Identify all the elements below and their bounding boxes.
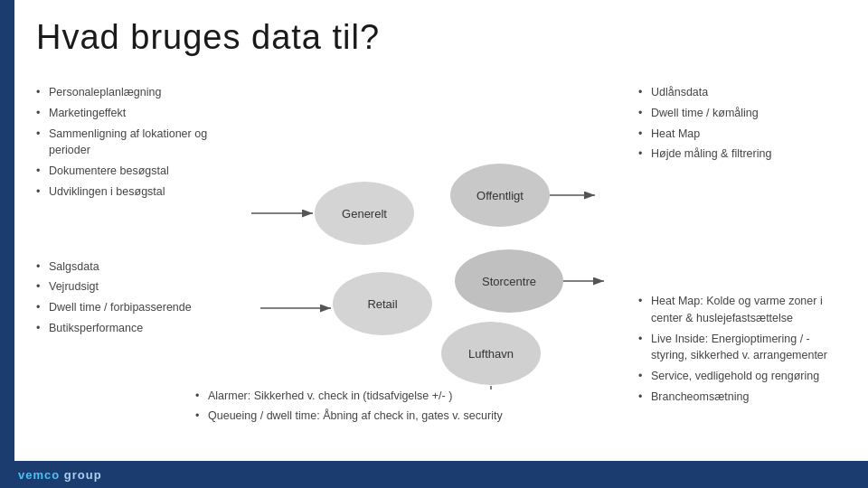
- bullet-marketingeffekt: Marketingeffekt: [36, 103, 208, 124]
- bullet-live-inside: Live Inside: Energioptimering / - styrin…: [638, 329, 846, 367]
- bullet-personaleplanlægning: Personaleplanlægning: [36, 82, 208, 103]
- arrows-svg: [233, 100, 613, 389]
- bullet-udviklingen: Udviklingen i besøgstal: [36, 182, 208, 202]
- bullet-service: Service, vedligehold og rengøring: [638, 366, 846, 387]
- node-lufthavn: Lufthavn: [441, 322, 541, 385]
- node-retail: Retail: [333, 272, 432, 335]
- bottom-bullets: Alarmer: Sikkerhed v. check in (tidsafvi…: [195, 386, 850, 427]
- bullet-hoejde-maaling: Højde måling & filtrering: [638, 144, 846, 164]
- logo-text2: group: [64, 468, 102, 482]
- bullet-dwell-time-koemaling: Dwell time / kømåling: [638, 103, 846, 124]
- bullet-salgsdata: Salgsdata: [36, 257, 208, 277]
- left-panel: Personaleplanlægning Marketingeffekt Sam…: [36, 73, 208, 417]
- bullet-sammenligning: Sammenligning af lokationer og perioder: [36, 124, 208, 162]
- center-diagram: Generelt Offentligt Retail Storcentre Lu…: [208, 73, 638, 417]
- node-storcentre: Storcentre: [455, 249, 563, 313]
- bottom-bar: vemco group: [0, 461, 868, 488]
- right-bullet-list-top: Udlånsdata Dwell time / kømåling Heat Ma…: [638, 82, 846, 164]
- bullet-heat-map: Heat Map: [638, 124, 846, 145]
- right-panel: Udlånsdata Dwell time / kømåling Heat Ma…: [638, 73, 846, 417]
- bullet-butiksperformance: Butiksperformance: [36, 318, 208, 339]
- content-area: Personaleplanlægning Marketingeffekt Sam…: [36, 73, 846, 417]
- bullet-vejrudsigt: Vejrudsigt: [36, 277, 208, 297]
- node-generelt: Generelt: [315, 182, 414, 245]
- top-bar: [0, 0, 14, 488]
- logo: vemco group: [18, 468, 102, 482]
- left-bullet-list-top: Personaleplanlægning Marketingeffekt Sam…: [36, 82, 208, 202]
- bullet-dokumentere: Dokumentere besøgstal: [36, 161, 208, 182]
- bullet-udlaansdata: Udlånsdata: [638, 82, 846, 103]
- bullet-dwell-time: Dwell time / forbipasserende: [36, 297, 208, 318]
- bullet-queueing: Queueing / dwell time: Åbning af check i…: [195, 406, 850, 427]
- diagram: Generelt Offentligt Retail Storcentre Lu…: [233, 100, 613, 389]
- left-bullet-list-bottom: Salgsdata Vejrudsigt Dwell time / forbip…: [36, 257, 208, 339]
- node-offentligt: Offentligt: [450, 164, 550, 227]
- page-title: Hvad bruges data til?: [36, 18, 846, 57]
- main-content: Hvad bruges data til? Personaleplanlægni…: [14, 0, 868, 461]
- bottom-bullet-list: Alarmer: Sikkerhed v. check in (tidsafvi…: [195, 386, 850, 427]
- bullet-heat-map-zoner: Heat Map: Kolde og varme zoner i center …: [638, 291, 846, 329]
- bullet-alarmer: Alarmer: Sikkerhed v. check in (tidsafvi…: [195, 386, 850, 407]
- logo-text1: vemco: [18, 468, 60, 482]
